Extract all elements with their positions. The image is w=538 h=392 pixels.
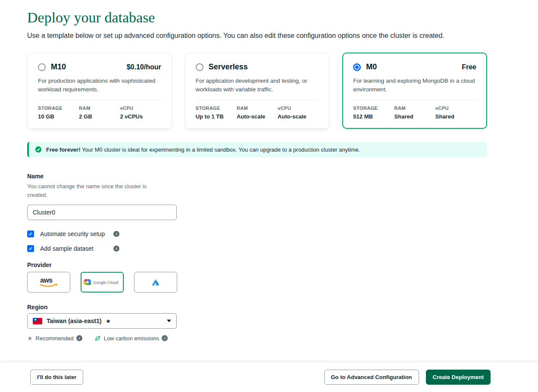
tier-cards: M10 $0.10/hour For production applicatio… bbox=[27, 53, 487, 129]
spec-value: 10 GB bbox=[38, 113, 79, 120]
serverless-radio[interactable] bbox=[196, 63, 203, 71]
spec-label: STORAGE bbox=[353, 106, 394, 111]
provider-label: Provider bbox=[27, 261, 487, 268]
low-carbon-label: Low carbon emissions bbox=[104, 335, 160, 342]
sample-dataset-row: ✓ Add sample dataset i bbox=[27, 245, 119, 252]
provider-section: Provider aws Googl bbox=[27, 261, 487, 292]
spec-label: vCPU bbox=[120, 106, 161, 111]
info-icon[interactable]: i bbox=[113, 231, 119, 237]
tier-price: Free bbox=[462, 63, 476, 71]
tier-card-m0[interactable]: M0 Free For learning and exploring Mongo… bbox=[342, 53, 487, 129]
region-legend: ★ Recommended i Low carbon emissions i bbox=[27, 335, 487, 342]
spec-label: STORAGE bbox=[38, 106, 79, 111]
m10-radio[interactable] bbox=[38, 63, 46, 71]
aws-logo: aws bbox=[38, 276, 60, 289]
create-deployment-button[interactable]: Create Deployment bbox=[426, 370, 491, 385]
tier-specs: STORAGE10 GB RAM2 GB vCPU2 vCPUs bbox=[38, 106, 161, 120]
info-icon[interactable]: i bbox=[162, 335, 168, 341]
sample-dataset-checkbox[interactable]: ✓ bbox=[27, 245, 34, 252]
provider-google-cloud-button[interactable]: Google Cloud bbox=[81, 272, 124, 292]
spec-label: vCPU bbox=[278, 106, 319, 111]
spec-value: 2 vCPUs bbox=[120, 113, 161, 120]
spec-value: 512 MB bbox=[353, 113, 394, 120]
tier-name: M0 bbox=[366, 62, 377, 72]
tier-card-header: M0 Free bbox=[353, 62, 476, 72]
divider bbox=[196, 100, 319, 100]
spec-value: Shared bbox=[394, 113, 435, 120]
cluster-name-input[interactable] bbox=[27, 205, 177, 220]
tier-specs: STORAGE512 MB RAMShared vCPUShared bbox=[353, 106, 476, 120]
tier-description: For production applications with sophist… bbox=[38, 77, 161, 94]
tier-card-header: Serverless bbox=[196, 62, 319, 72]
svg-text:aws: aws bbox=[40, 277, 53, 284]
star-icon: ★ bbox=[106, 318, 111, 324]
low-carbon-group: Low carbon emissions i bbox=[94, 335, 168, 342]
name-label: Name bbox=[27, 173, 487, 180]
free-forever-banner: Free forever! Your M0 cluster is ideal f… bbox=[27, 142, 487, 157]
divider bbox=[353, 100, 476, 100]
tier-description: For learning and exploring MongoDB in a … bbox=[353, 77, 476, 94]
svg-text:Google Cloud: Google Cloud bbox=[93, 280, 118, 285]
footer-actions: Go to Advanced Configuration Create Depl… bbox=[324, 370, 491, 385]
tier-card-header: M10 $0.10/hour bbox=[38, 62, 161, 72]
provider-azure-button[interactable] bbox=[134, 272, 177, 292]
spec-value: Auto-scale bbox=[237, 113, 278, 120]
taiwan-flag-icon bbox=[33, 318, 42, 324]
check-circle-icon bbox=[35, 146, 42, 153]
provider-options: aws Google Cloud bbox=[27, 272, 487, 292]
name-section: Name You cannot change the name once the… bbox=[27, 173, 487, 220]
banner-body-text: Your M0 cluster is ideal for experimenti… bbox=[82, 146, 360, 153]
automate-security-checkbox[interactable]: ✓ bbox=[27, 230, 34, 237]
recommended-label: Recommended bbox=[36, 335, 74, 342]
spec-label: RAM bbox=[394, 106, 435, 111]
automate-security-row: ✓ Automate security setup i bbox=[27, 230, 119, 237]
page-title: Deploy your database bbox=[27, 9, 487, 26]
deploy-database-page: Deploy your database Use a template belo… bbox=[0, 0, 538, 362]
spec-label: RAM bbox=[237, 106, 278, 111]
checkbox-label: Automate security setup bbox=[40, 230, 105, 237]
tier-card-serverless[interactable]: Serverless For application development a… bbox=[185, 53, 330, 129]
options-section: ✓ Automate security setup i ✓ Add sample… bbox=[27, 230, 487, 252]
divider bbox=[38, 100, 161, 100]
page-subtitle: Use a template below or set up advanced … bbox=[27, 32, 487, 40]
footer-bar: I'll do this later Go to Advanced Config… bbox=[0, 362, 538, 392]
advanced-configuration-button[interactable]: Go to Advanced Configuration bbox=[324, 370, 419, 385]
region-section: Region Taiwan (asia-east1) ★ ★ Recommend… bbox=[27, 304, 487, 342]
do-later-button[interactable]: I'll do this later bbox=[30, 370, 83, 385]
spec-value: Up to 1 TB bbox=[196, 113, 237, 120]
leaf-icon bbox=[94, 335, 101, 342]
banner-text: Free forever! Your M0 cluster is ideal f… bbox=[46, 146, 360, 153]
azure-logo bbox=[151, 279, 160, 286]
tier-description: For application development and testing,… bbox=[196, 77, 319, 94]
spec-value: Auto-scale bbox=[278, 113, 319, 120]
spec-label: RAM bbox=[79, 106, 120, 111]
chevron-down-icon bbox=[167, 320, 171, 322]
banner-bold-text: Free forever! bbox=[46, 146, 80, 153]
info-icon[interactable]: i bbox=[76, 335, 82, 341]
tier-card-m10[interactable]: M10 $0.10/hour For production applicatio… bbox=[27, 53, 172, 129]
info-icon[interactable]: i bbox=[113, 246, 119, 252]
flag-sun bbox=[34, 319, 36, 320]
m0-radio[interactable] bbox=[353, 63, 361, 71]
google-cloud-logo: Google Cloud bbox=[83, 277, 122, 287]
name-helper-text: You cannot change the name once the clus… bbox=[27, 182, 156, 199]
region-label: Region bbox=[27, 304, 487, 311]
checkbox-label: Add sample dataset bbox=[40, 245, 94, 252]
region-value: Taiwan (asia-east1) bbox=[47, 317, 101, 324]
spec-value: 2 GB bbox=[79, 113, 120, 120]
provider-aws-button[interactable]: aws bbox=[27, 272, 70, 292]
spec-label: STORAGE bbox=[196, 106, 237, 111]
spec-label: vCPU bbox=[435, 106, 476, 111]
tier-specs: STORAGEUp to 1 TB RAMAuto-scale vCPUAuto… bbox=[196, 106, 319, 120]
tier-name: Serverless bbox=[209, 62, 248, 72]
tier-name: M10 bbox=[51, 62, 66, 72]
spec-value: Shared bbox=[435, 113, 476, 120]
region-select[interactable]: Taiwan (asia-east1) ★ bbox=[27, 313, 177, 329]
star-icon: ★ bbox=[27, 335, 33, 342]
tier-price: $0.10/hour bbox=[127, 63, 161, 71]
